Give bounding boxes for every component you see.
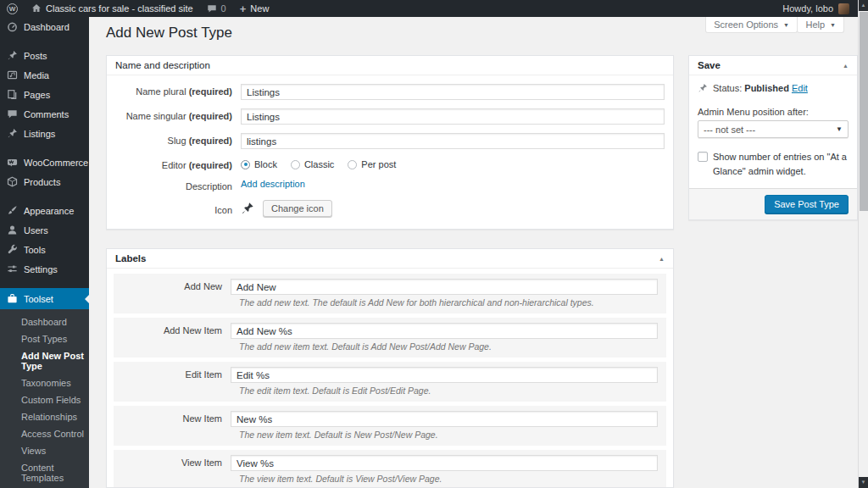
label-row-edit-item: Edit Item The edit item text. Default is… (114, 362, 666, 402)
submenu-custom-fields[interactable]: Custom Fields (0, 391, 89, 408)
radio-icon (348, 160, 357, 169)
description-row: Description Add description (115, 179, 665, 191)
sidebar-item-products[interactable]: Products (0, 172, 89, 191)
comments-icon (7, 108, 18, 119)
new-item-input[interactable] (231, 411, 658, 427)
edit-item-input[interactable] (231, 367, 658, 383)
main-content: Screen Options ▼ Help ▼ Add New Post Typ… (89, 17, 858, 488)
submenu-post-types[interactable]: Post Types (0, 330, 89, 347)
wordpress-logo-menu[interactable]: W (0, 0, 25, 17)
labels-panel-header: Labels ▲ (107, 249, 673, 269)
name-singular-input[interactable] (241, 108, 665, 125)
editor-radio-block[interactable]: Block (241, 159, 277, 169)
sidebar-item-posts[interactable]: Posts (0, 46, 89, 65)
page-title: Add New Post Type (106, 25, 232, 42)
at-a-glance-row: Show number of entries on "At a Glance" … (698, 150, 849, 178)
radio-icon (291, 160, 300, 169)
help-text: The add new item text. Default is Add Ne… (239, 339, 658, 352)
chevron-down-icon: ▼ (830, 22, 836, 28)
menu-position-label: Admin Menu position after: (698, 107, 849, 117)
help-text: The edit item text. Default is Edit Post… (239, 383, 658, 396)
scroll-up-icon[interactable]: ▲ (859, 0, 868, 11)
submenu-add-new-post-type[interactable]: Add New Post Type (0, 347, 89, 374)
scroll-down-icon[interactable]: ▼ (859, 477, 868, 488)
sidebar-item-users[interactable]: Users (0, 220, 89, 240)
submenu-access-control[interactable]: Access Control (0, 425, 89, 442)
submenu-views[interactable]: Views (0, 442, 89, 459)
pages-icon (7, 89, 18, 100)
howdy-label[interactable]: Howdy, lobo (782, 3, 833, 14)
radio-selected-icon (241, 160, 250, 169)
user-icon (7, 225, 18, 236)
editor-radio-per-post[interactable]: Per post (348, 159, 396, 169)
home-icon (31, 3, 42, 14)
admin-bar-comments[interactable]: 0 (200, 0, 233, 17)
at-a-glance-label: Show number of entries on "At a Glance" … (713, 150, 849, 178)
menu-position-select[interactable]: --- not set --- ▼ (698, 120, 849, 138)
submenu-relationships[interactable]: Relationships (0, 408, 89, 425)
sidebar-item-pages[interactable]: Pages (0, 85, 89, 104)
admin-bar-new[interactable]: + New (233, 0, 276, 17)
wordpress-logo-icon: W (7, 3, 18, 14)
admin-sidebar: Dashboard Posts Media Pages Comments Lis… (0, 17, 89, 488)
sidebar-item-comments[interactable]: Comments (0, 104, 89, 124)
slug-row: Slug (required) (115, 133, 665, 149)
submenu-dashboard[interactable]: Dashboard (0, 313, 89, 330)
help-text: The view item text. Default is View Post… (239, 471, 658, 484)
name-description-panel: Name and description Name plural (requir… (106, 55, 674, 230)
screen-options-tab[interactable]: Screen Options ▼ (705, 17, 798, 33)
icon-row: Icon Change icon (115, 200, 665, 217)
pushpin-icon (7, 128, 18, 139)
toolset-briefcase-icon (7, 293, 18, 304)
sidebar-item-dashboard[interactable]: Dashboard (0, 17, 89, 36)
sidebar-item-listings[interactable]: Listings (0, 124, 89, 143)
view-item-input[interactable] (231, 455, 658, 471)
sidebar-item-appearance[interactable]: Appearance (0, 201, 89, 220)
page-scrollbar[interactable]: ▲ ▼ (858, 0, 868, 488)
sidebar-item-toolset[interactable]: Toolset (0, 288, 89, 309)
chevron-down-icon: ▼ (783, 22, 789, 28)
add-new-item-input[interactable] (231, 323, 658, 339)
label-row-new-item: New Item The new item text. Default is N… (114, 406, 666, 446)
submenu-content-templates[interactable]: Content Templates (0, 459, 89, 486)
labels-panel: Labels ▲ Add New The add new text. The d… (106, 248, 674, 488)
status-value: Published (744, 83, 789, 93)
help-text: The new item text. Default is New Post/N… (239, 427, 658, 440)
change-icon-button[interactable]: Change icon (263, 200, 332, 217)
toolset-submenu: Dashboard Post Types Add New Post Type T… (0, 309, 89, 488)
editor-radio-classic[interactable]: Classic (291, 159, 334, 169)
dashboard-icon (7, 21, 18, 32)
site-name-label: Classic cars for sale - classified site (46, 3, 193, 14)
label-row-add-new-item: Add New Item The add new item text. Defa… (114, 318, 666, 358)
at-a-glance-checkbox[interactable] (698, 152, 708, 162)
submenu-taxonomies[interactable]: Taxonomies (0, 374, 89, 391)
cube-icon (7, 176, 18, 187)
edit-status-link[interactable]: Edit (792, 83, 808, 93)
sidebar-item-woocommerce[interactable]: WooCommerce (0, 152, 89, 172)
user-avatar[interactable] (838, 3, 849, 14)
save-panel-footer: Save Post Type (689, 188, 857, 219)
scrollbar-thumb[interactable] (860, 12, 868, 211)
save-panel: Save ▲ Status: Published Edit Admin Menu… (688, 55, 858, 220)
add-new-input[interactable] (231, 279, 658, 295)
add-description-link[interactable]: Add description (241, 179, 305, 189)
new-label: New (250, 3, 269, 14)
sidebar-item-media[interactable]: Media (0, 65, 89, 85)
current-post-type-pushpin-icon (241, 202, 254, 215)
slug-input[interactable] (241, 133, 665, 149)
menu-position-value: --- not set --- (704, 125, 755, 135)
site-name-link[interactable]: Classic cars for sale - classified site (25, 0, 200, 17)
sidebar-item-settings[interactable]: Settings (0, 259, 89, 279)
collapse-icon[interactable]: ▲ (659, 256, 665, 262)
collapse-icon[interactable]: ▲ (843, 63, 849, 69)
name-description-panel-header: Name and description (107, 56, 673, 75)
help-tab[interactable]: Help ▼ (797, 17, 844, 33)
help-text: The add new text. The default is Add New… (239, 295, 658, 308)
select-arrow-icon: ▼ (836, 125, 843, 133)
status-pushpin-icon (698, 83, 708, 93)
wrench-icon (7, 244, 18, 255)
sliders-icon (7, 263, 18, 274)
save-post-type-button[interactable]: Save Post Type (765, 195, 849, 214)
name-plural-input[interactable] (241, 84, 665, 100)
sidebar-item-tools[interactable]: Tools (0, 240, 89, 259)
